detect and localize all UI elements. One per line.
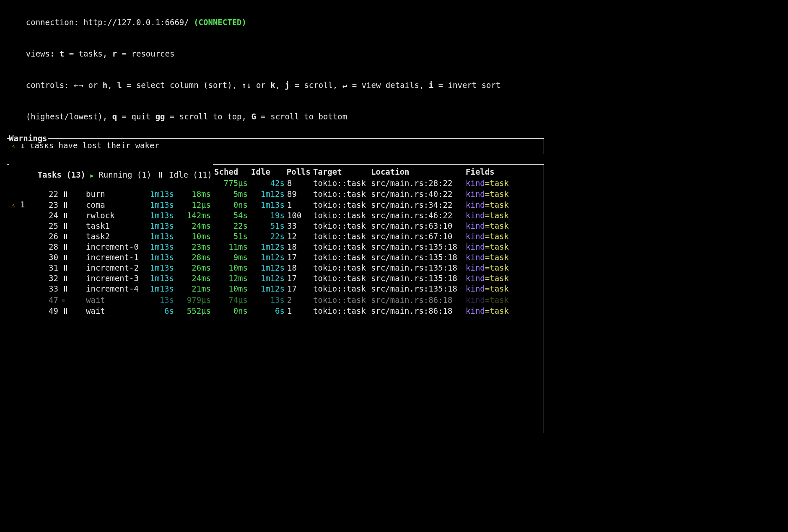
cell-idle: 1m12s bbox=[248, 252, 285, 263]
cell-target: tokio::task bbox=[313, 242, 371, 252]
connection-url: http://127.0.0.1:6669/ bbox=[83, 18, 189, 27]
cell-warn bbox=[11, 252, 38, 263]
cell-location: src/main.rs:135:18 bbox=[371, 263, 463, 273]
cell-busy: 24ms bbox=[174, 273, 211, 284]
key-l: l bbox=[117, 80, 122, 90]
cell-target: tokio::task bbox=[313, 178, 371, 189]
cell-id: 47 bbox=[38, 294, 61, 306]
cell-busy: 24ms bbox=[174, 221, 211, 231]
cell-sched: 9ms bbox=[211, 252, 248, 263]
col-location[interactable]: Location bbox=[371, 166, 463, 178]
key-t: t bbox=[60, 49, 64, 58]
cell-name: increment-3 bbox=[86, 273, 143, 284]
field-key: kind bbox=[466, 211, 485, 220]
table-row[interactable]: 30⏸increment-11m13s28ms9ms1m12s17tokio::… bbox=[11, 252, 509, 263]
cell-total: 1m13s bbox=[143, 221, 174, 231]
cell-id: 24 bbox=[38, 210, 61, 221]
table-row[interactable]: 47■wait13s979µs74µs13s2tokio::tasksrc/ma… bbox=[11, 294, 509, 306]
cell-polls: 1 bbox=[285, 199, 313, 210]
cell-warn bbox=[11, 294, 38, 306]
cell-location: src/main.rs:67:10 bbox=[371, 231, 463, 242]
pause-icon: ⏸ bbox=[62, 253, 70, 262]
stop-icon: ■ bbox=[62, 297, 65, 303]
field-eq: = bbox=[485, 200, 490, 209]
field-val: task bbox=[490, 200, 509, 209]
field-val: task bbox=[490, 211, 509, 220]
cell-warn bbox=[11, 273, 38, 284]
table-row[interactable]: 31⏸increment-21m13s26ms10ms1m12s18tokio:… bbox=[11, 263, 509, 273]
cell-sched: 10ms bbox=[211, 263, 248, 273]
field-key: kind bbox=[466, 306, 485, 315]
cell-warn bbox=[11, 263, 38, 273]
cell-location: src/main.rs:63:10 bbox=[371, 221, 463, 231]
cell-name: wait bbox=[86, 294, 143, 306]
cell-idle: 13s bbox=[248, 294, 285, 306]
cell-polls: 18 bbox=[285, 263, 313, 273]
cell-location: src/main.rs:135:18 bbox=[371, 273, 463, 284]
field-key: kind bbox=[466, 274, 485, 283]
cell-target: tokio::task bbox=[313, 263, 371, 273]
cell-location: src/main.rs:135:18 bbox=[371, 284, 463, 294]
field-val: task bbox=[490, 284, 509, 293]
table-row[interactable]: 28⏸increment-01m13s23ms11ms1m12s18tokio:… bbox=[11, 242, 509, 252]
key-i: i bbox=[429, 80, 433, 90]
cell-state: ⏸ bbox=[61, 306, 86, 316]
cell-fields: kind=task bbox=[463, 221, 509, 231]
cell-polls: 17 bbox=[285, 284, 313, 294]
col-target[interactable]: Target bbox=[313, 166, 371, 178]
cell-id: 33 bbox=[38, 284, 61, 294]
cell-idle: 51s bbox=[248, 221, 285, 231]
table-row[interactable]: 33⏸increment-41m13s21ms10ms1m12s17tokio:… bbox=[11, 284, 509, 294]
cell-polls: 17 bbox=[285, 252, 313, 263]
cell-target: tokio::task bbox=[313, 294, 371, 306]
col-idle[interactable]: Idle bbox=[248, 166, 285, 178]
cell-name: task2 bbox=[86, 231, 143, 242]
table-row[interactable]: ⚠ 123⏸coma1m13s12µs0ns1m13s1tokio::tasks… bbox=[11, 199, 509, 210]
cell-location: src/main.rs:135:18 bbox=[371, 242, 463, 252]
field-key: kind bbox=[466, 178, 485, 188]
field-val: task bbox=[490, 232, 509, 241]
cell-sched: 11ms bbox=[211, 242, 248, 252]
cell-idle: 1m12s bbox=[248, 189, 285, 199]
table-row[interactable]: 32⏸increment-31m13s24ms12ms1m12s17tokio:… bbox=[11, 273, 509, 284]
cell-state: ⏸ bbox=[61, 252, 86, 263]
cell-fields: kind=task bbox=[463, 189, 509, 199]
cell-id: 25 bbox=[38, 221, 61, 231]
cell-warn bbox=[11, 284, 38, 294]
table-row[interactable]: 26⏸task21m13s10ms51s22s12tokio::tasksrc/… bbox=[11, 231, 509, 242]
col-sched[interactable]: Sched bbox=[211, 166, 248, 178]
cell-location: src/main.rs:86:18 bbox=[371, 306, 463, 316]
col-polls[interactable]: Polls bbox=[285, 166, 313, 178]
tasks-panel: Tasks (13) ▶ Running (1) ⏸ Idle (11) War… bbox=[7, 164, 544, 433]
cell-total: 1m13s bbox=[143, 242, 174, 252]
cell-sched: 10ms bbox=[211, 284, 248, 294]
cell-idle: 6s bbox=[248, 306, 285, 316]
table-row[interactable]: 49⏸wait6s552µs0ns6s1tokio::tasksrc/main.… bbox=[11, 306, 509, 316]
pause-icon: ⏸ bbox=[156, 170, 164, 179]
pause-icon: ⏸ bbox=[62, 284, 70, 293]
table-row[interactable]: 24⏸rwlock1m13s142ms54s19s100tokio::tasks… bbox=[11, 210, 509, 221]
cell-idle: 1m13s bbox=[248, 199, 285, 210]
cell-idle: 22s bbox=[248, 231, 285, 242]
table-row[interactable]: 25⏸task11m13s24ms22s51s33tokio::tasksrc/… bbox=[11, 221, 509, 231]
field-eq: = bbox=[485, 221, 490, 230]
cell-idle: 19s bbox=[248, 210, 285, 221]
cell-fields: kind=task bbox=[463, 178, 509, 189]
cell-total: 1m13s bbox=[143, 252, 174, 263]
field-key: kind bbox=[466, 189, 485, 199]
cell-sched: 74µs bbox=[211, 294, 248, 306]
cell-state: ⏸ bbox=[61, 210, 86, 221]
cell-fields: kind=task bbox=[463, 231, 509, 242]
field-key: kind bbox=[466, 295, 485, 305]
pause-icon: ⏸ bbox=[62, 263, 70, 272]
pause-icon: ⏸ bbox=[62, 306, 70, 315]
field-val: task bbox=[490, 263, 509, 272]
cell-polls: 1 bbox=[285, 306, 313, 316]
connection-label: connection: bbox=[26, 18, 83, 27]
cell-busy: 10ms bbox=[174, 231, 211, 242]
pause-icon: ⏸ bbox=[62, 232, 70, 241]
connection-status: (CONNECTED) bbox=[194, 18, 246, 27]
col-fields[interactable]: Fields bbox=[463, 166, 509, 178]
cell-warn bbox=[11, 231, 38, 242]
cell-idle: 1m12s bbox=[248, 284, 285, 294]
